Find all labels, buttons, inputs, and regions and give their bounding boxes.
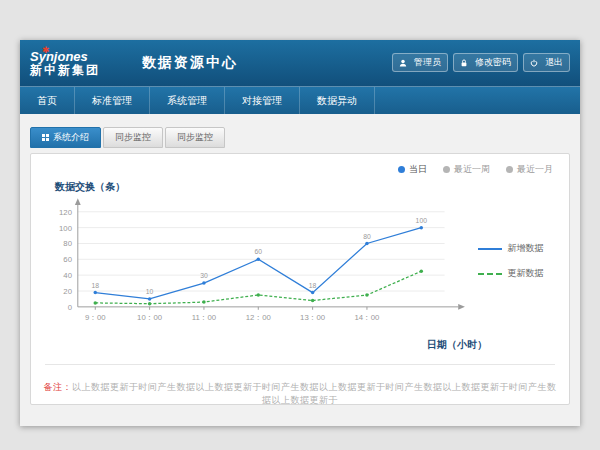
legend-line-dashed-icon (478, 273, 502, 275)
line-chart: 0204060801001209：0010：0011：0012：0013：001… (39, 194, 478, 346)
tab-sync-monitor-2-label: 同步监控 (177, 128, 213, 147)
filter-last-week[interactable]: 最近一周 (443, 163, 490, 176)
header-actions: 管理员 修改密码 退出 (392, 53, 570, 72)
admin-button[interactable]: 管理员 (392, 53, 448, 72)
power-icon (530, 59, 538, 67)
change-password-button-label: 修改密码 (475, 56, 511, 69)
svg-text:100: 100 (59, 224, 72, 233)
user-icon (399, 59, 407, 67)
svg-text:60: 60 (255, 248, 263, 255)
app-window: Synjones ✱ 新中新集团 数据资源中心 管理员 修改密码 (20, 40, 580, 426)
nav-item-connect-mgmt[interactable]: 对接管理 (225, 87, 300, 114)
svg-text:13：00: 13：00 (300, 313, 325, 322)
tab-sync-monitor-1-label: 同步监控 (115, 128, 151, 147)
brand-logo-sub: 新中新集团 (30, 63, 134, 77)
logout-button[interactable]: 退出 (523, 53, 570, 72)
content-area: 系统介绍 同步监控 同步监控 当日 最近一周 (20, 114, 580, 405)
tab-system-intro-label: 系统介绍 (53, 128, 89, 147)
svg-text:100: 100 (416, 217, 428, 224)
filter-today-label: 当日 (409, 163, 427, 176)
svg-text:12：00: 12：00 (246, 313, 271, 322)
legend-item-update-data[interactable]: 更新数据 (478, 267, 561, 280)
series-legend: 新增数据 更新数据 (478, 242, 561, 280)
tab-sync-monitor-1[interactable]: 同步监控 (103, 127, 163, 148)
panel-divider (45, 364, 555, 365)
admin-button-label: 管理员 (414, 56, 441, 69)
svg-text:80: 80 (63, 239, 72, 248)
tab-sync-monitor-2[interactable]: 同步监控 (165, 127, 225, 148)
svg-text:10：00: 10：00 (137, 313, 162, 322)
logo-star-icon: ✱ (42, 45, 50, 55)
svg-text:11：00: 11：00 (192, 313, 216, 322)
svg-text:120: 120 (59, 208, 72, 217)
brand-logo: Synjones ✱ 新中新集团 (20, 50, 134, 77)
svg-text:40: 40 (63, 271, 72, 280)
svg-text:14：00: 14：00 (354, 313, 379, 322)
chart-row: 0204060801001209：0010：0011：0012：0013：001… (39, 194, 561, 346)
footnote-text: 以上数据更新于时间产生数据以上数据更新于时间产生数据以上数据更新于时间产生数据以… (72, 382, 557, 405)
legend-new-data-label: 新增数据 (508, 242, 544, 255)
svg-text:30: 30 (200, 272, 208, 279)
chart-y-axis-title: 数据交换（条） (55, 180, 561, 194)
nav-item-standard-mgmt[interactable]: 标准管理 (75, 87, 150, 114)
svg-text:18: 18 (92, 282, 100, 289)
svg-text:10: 10 (146, 288, 154, 295)
nav-item-home[interactable]: 首页 (20, 87, 75, 114)
change-password-button[interactable]: 修改密码 (453, 53, 518, 72)
filter-last-month-dot-icon (506, 166, 513, 173)
svg-text:18: 18 (309, 282, 317, 289)
filter-last-week-dot-icon (443, 166, 450, 173)
main-nav: 首页 标准管理 系统管理 对接管理 数据异动 (20, 86, 580, 114)
filter-last-month-label: 最近一月 (517, 163, 553, 176)
legend-item-new-data[interactable]: 新增数据 (478, 242, 561, 255)
svg-text:9：00: 9：00 (85, 313, 106, 322)
legend-update-data-label: 更新数据 (508, 267, 544, 280)
filter-last-month[interactable]: 最近一月 (506, 163, 553, 176)
nav-item-system-mgmt[interactable]: 系统管理 (150, 87, 225, 114)
svg-text:0: 0 (68, 303, 72, 312)
app-header: Synjones ✱ 新中新集团 数据资源中心 管理员 修改密码 (20, 40, 580, 86)
svg-text:20: 20 (63, 287, 72, 296)
filter-today[interactable]: 当日 (398, 163, 427, 176)
legend-line-solid-icon (478, 248, 502, 250)
tab-system-intro[interactable]: 系统介绍 (30, 127, 101, 148)
lock-icon (460, 59, 468, 67)
filter-today-dot-icon (398, 166, 405, 173)
filter-last-week-label: 最近一周 (454, 163, 490, 176)
range-filter-group: 当日 最近一周 最近一月 (398, 163, 553, 176)
tab-bar: 系统介绍 同步监控 同步监控 (30, 127, 570, 148)
page-title: 数据资源中心 (142, 54, 238, 72)
grid-icon (42, 134, 49, 141)
footnote: 备注：以上数据更新于时间产生数据以上数据更新于时间产生数据以上数据更新于时间产生… (39, 381, 561, 407)
svg-text:60: 60 (63, 255, 72, 264)
svg-text:80: 80 (363, 233, 371, 240)
logout-button-label: 退出 (545, 56, 563, 69)
footnote-prefix: 备注： (44, 382, 73, 392)
nav-item-data-change[interactable]: 数据异动 (300, 87, 375, 114)
chart-panel: 当日 最近一周 最近一月 数据交换（条） 0204060801001209：00… (30, 153, 570, 405)
